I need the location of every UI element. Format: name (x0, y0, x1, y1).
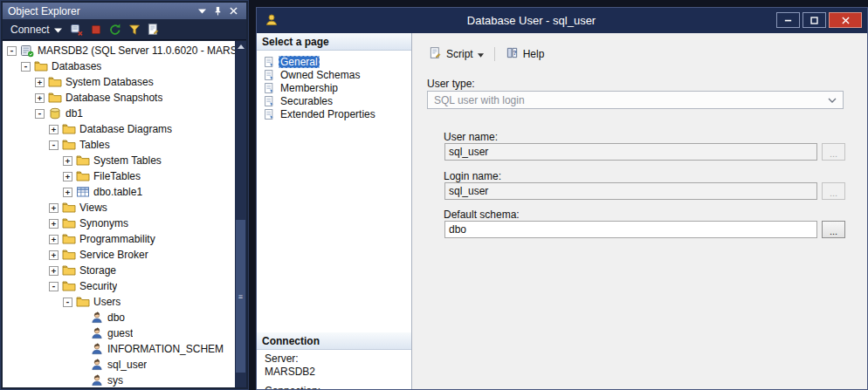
chevron-down-icon (828, 98, 837, 103)
expand-icon[interactable]: + (49, 266, 59, 276)
user-name-browse-button: ... (822, 143, 845, 161)
object-explorer-toolbar-icons (68, 21, 162, 38)
object-explorer-tree: -MARSDB2 (SQL Server 11.0.6020 - MARSD-D… (3, 41, 235, 387)
tree-item[interactable]: -MARSDB2 (SQL Server 11.0.6020 - MARSD (3, 43, 235, 58)
user-type-select[interactable]: SQL user with login (427, 91, 844, 109)
page-icon (263, 95, 275, 107)
close-button[interactable] (829, 12, 862, 28)
window-controls (776, 12, 862, 28)
login-name-label: Login name: (444, 170, 501, 182)
tree-item[interactable]: +Programmability (3, 231, 235, 247)
tree-item[interactable]: sys (3, 373, 235, 387)
tree-item[interactable]: INFORMATION_SCHEM (3, 341, 235, 357)
expand-icon[interactable]: + (35, 78, 45, 87)
tree-item[interactable]: dbo (3, 310, 235, 325)
server-icon (20, 44, 34, 58)
tree-item[interactable]: -Tables (3, 137, 235, 153)
expand-icon[interactable]: + (49, 203, 59, 213)
tree-item[interactable]: -Databases (3, 58, 235, 74)
expand-icon[interactable]: + (63, 172, 72, 181)
script-icon[interactable] (145, 21, 162, 38)
tree-item[interactable]: +dbo.table1 (3, 184, 235, 200)
window-position-icon[interactable] (195, 4, 210, 17)
dialog-body: Select a page GeneralOwned SchemasMember… (257, 33, 867, 389)
connection-header: Connection (257, 332, 411, 350)
user-icon (90, 358, 104, 372)
expand-icon[interactable]: + (49, 250, 59, 260)
collapse-icon[interactable]: - (63, 298, 72, 307)
page-item[interactable]: General (261, 55, 411, 68)
tree-item-label: dbo.table1 (93, 186, 142, 198)
page-item[interactable]: Extended Properties (261, 107, 411, 120)
expand-icon[interactable]: + (63, 156, 72, 166)
user-name-label: User name: (444, 131, 498, 143)
expand-icon[interactable]: + (49, 219, 59, 229)
scrollbar-thumb[interactable]: ≡ (236, 220, 245, 373)
collapse-icon[interactable]: - (49, 282, 59, 291)
collapse-icon[interactable]: - (21, 62, 31, 72)
tree-item[interactable]: +System Tables (3, 153, 235, 168)
user-name-input (444, 143, 817, 161)
tree-item[interactable]: -Security (3, 278, 235, 294)
filter-icon[interactable] (126, 21, 143, 38)
script-button[interactable]: Script (423, 44, 490, 65)
minimize-button[interactable] (776, 12, 800, 28)
page-item[interactable]: Securables (261, 94, 411, 107)
page-item[interactable]: Owned Schemas (261, 68, 411, 81)
tree-item[interactable]: guest (3, 325, 235, 341)
default-schema-input[interactable] (444, 221, 817, 238)
svg-text:?: ? (513, 50, 516, 56)
tree-item[interactable]: +System Databases (3, 74, 235, 90)
close-icon[interactable] (226, 4, 241, 17)
page-icon (263, 108, 275, 120)
database-icon (48, 106, 62, 120)
tree-item[interactable]: +Storage (3, 263, 235, 278)
help-button[interactable]: ? Help (499, 44, 551, 65)
tree-item[interactable]: +Database Diagrams (3, 121, 235, 137)
dialog-toolbar: Script ? Help (423, 44, 550, 64)
tree-item[interactable]: -Users (3, 294, 235, 310)
collapse-icon[interactable]: - (49, 140, 59, 150)
tree-scrollbar[interactable]: ≡ (235, 41, 246, 387)
collapse-icon[interactable]: - (35, 109, 45, 119)
page-list: GeneralOwned SchemasMembershipSecurables… (257, 51, 411, 120)
expand-icon[interactable]: + (63, 188, 72, 197)
tree-item[interactable]: +FileTables (3, 168, 235, 184)
dialog-left-pane: Select a page GeneralOwned SchemasMember… (257, 33, 412, 389)
tree-item-label: FileTables (93, 170, 141, 182)
tree-item-label: guest (107, 327, 133, 339)
user-icon (90, 326, 104, 340)
stop-icon[interactable] (87, 21, 105, 38)
folder-icon (76, 295, 90, 309)
folder-icon (62, 122, 76, 136)
tree-item[interactable]: +Database Snapshots (3, 90, 235, 106)
connect-button-label: Connect (10, 24, 50, 36)
dialog-icon (265, 13, 279, 27)
object-explorer-panel: Object Explorer Connect -MARSDB2 (SQL Se… (0, 0, 249, 390)
object-explorer-titlebar: Object Explorer (3, 3, 246, 19)
refresh-icon[interactable] (107, 21, 124, 38)
tree-item[interactable]: +Views (3, 200, 235, 216)
disconnect-icon[interactable] (68, 21, 86, 38)
expand-icon[interactable]: + (49, 125, 59, 134)
tree-item[interactable]: +Synonyms (3, 216, 235, 231)
tree-item-label: db1 (65, 107, 83, 120)
tree-item-label: Database Snapshots (65, 92, 162, 104)
expand-icon[interactable]: + (35, 93, 45, 103)
expand-icon[interactable]: + (49, 235, 59, 244)
page-item[interactable]: Membership (261, 81, 411, 94)
tree-item[interactable]: +Service Broker (3, 247, 235, 263)
scrollbar-up-icon[interactable] (235, 41, 246, 52)
tree-item[interactable]: -db1 (3, 106, 235, 121)
default-schema-browse-button[interactable]: ... (822, 221, 845, 238)
tree-item-label: sql_user (107, 359, 147, 371)
tree-item[interactable]: sql_user (3, 357, 235, 373)
connect-button[interactable]: Connect (7, 22, 65, 38)
folder-icon (48, 91, 62, 105)
auto-hide-pin-icon[interactable] (210, 4, 225, 17)
tree-item-label: INFORMATION_SCHEM (107, 343, 224, 355)
collapse-icon[interactable]: - (7, 46, 17, 56)
tree-item-label: Programmability (79, 233, 155, 245)
maximize-button[interactable] (803, 12, 826, 28)
tree-item-label: Storage (79, 264, 116, 277)
